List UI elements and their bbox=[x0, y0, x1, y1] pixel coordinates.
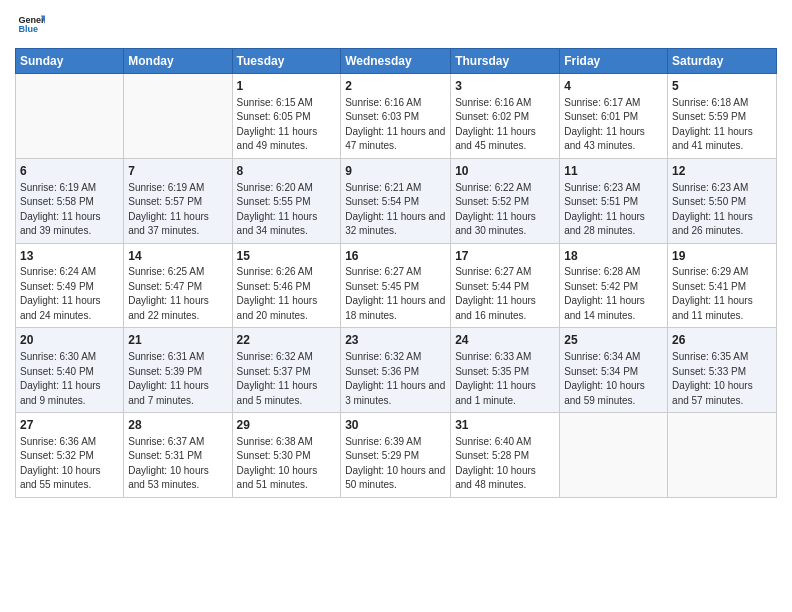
day-info: Sunrise: 6:31 AM Sunset: 5:39 PM Dayligh… bbox=[128, 350, 227, 408]
day-number: 11 bbox=[564, 163, 663, 180]
day-info: Sunrise: 6:29 AM Sunset: 5:41 PM Dayligh… bbox=[672, 265, 772, 323]
day-number: 9 bbox=[345, 163, 446, 180]
calendar-cell: 31Sunrise: 6:40 AM Sunset: 5:28 PM Dayli… bbox=[451, 413, 560, 498]
weekday-header-wednesday: Wednesday bbox=[341, 49, 451, 74]
calendar-cell: 9Sunrise: 6:21 AM Sunset: 5:54 PM Daylig… bbox=[341, 158, 451, 243]
day-number: 25 bbox=[564, 332, 663, 349]
weekday-header-thursday: Thursday bbox=[451, 49, 560, 74]
calendar-week-row: 20Sunrise: 6:30 AM Sunset: 5:40 PM Dayli… bbox=[16, 328, 777, 413]
day-info: Sunrise: 6:33 AM Sunset: 5:35 PM Dayligh… bbox=[455, 350, 555, 408]
day-number: 27 bbox=[20, 417, 119, 434]
weekday-header-sunday: Sunday bbox=[16, 49, 124, 74]
day-info: Sunrise: 6:32 AM Sunset: 5:37 PM Dayligh… bbox=[237, 350, 337, 408]
day-info: Sunrise: 6:19 AM Sunset: 5:57 PM Dayligh… bbox=[128, 181, 227, 239]
calendar-cell: 28Sunrise: 6:37 AM Sunset: 5:31 PM Dayli… bbox=[124, 413, 232, 498]
logo: General Blue bbox=[15, 10, 45, 42]
day-number: 29 bbox=[237, 417, 337, 434]
day-info: Sunrise: 6:26 AM Sunset: 5:46 PM Dayligh… bbox=[237, 265, 337, 323]
day-info: Sunrise: 6:35 AM Sunset: 5:33 PM Dayligh… bbox=[672, 350, 772, 408]
day-info: Sunrise: 6:37 AM Sunset: 5:31 PM Dayligh… bbox=[128, 435, 227, 493]
day-number: 18 bbox=[564, 248, 663, 265]
calendar-cell: 25Sunrise: 6:34 AM Sunset: 5:34 PM Dayli… bbox=[560, 328, 668, 413]
day-number: 7 bbox=[128, 163, 227, 180]
calendar-cell: 10Sunrise: 6:22 AM Sunset: 5:52 PM Dayli… bbox=[451, 158, 560, 243]
weekday-header-row: SundayMondayTuesdayWednesdayThursdayFrid… bbox=[16, 49, 777, 74]
day-info: Sunrise: 6:22 AM Sunset: 5:52 PM Dayligh… bbox=[455, 181, 555, 239]
calendar-cell: 2Sunrise: 6:16 AM Sunset: 6:03 PM Daylig… bbox=[341, 74, 451, 159]
day-info: Sunrise: 6:36 AM Sunset: 5:32 PM Dayligh… bbox=[20, 435, 119, 493]
day-number: 30 bbox=[345, 417, 446, 434]
svg-text:Blue: Blue bbox=[18, 24, 38, 34]
calendar-cell: 30Sunrise: 6:39 AM Sunset: 5:29 PM Dayli… bbox=[341, 413, 451, 498]
day-number: 4 bbox=[564, 78, 663, 95]
day-number: 5 bbox=[672, 78, 772, 95]
day-number: 28 bbox=[128, 417, 227, 434]
day-number: 10 bbox=[455, 163, 555, 180]
calendar-cell: 21Sunrise: 6:31 AM Sunset: 5:39 PM Dayli… bbox=[124, 328, 232, 413]
day-info: Sunrise: 6:21 AM Sunset: 5:54 PM Dayligh… bbox=[345, 181, 446, 239]
day-number: 31 bbox=[455, 417, 555, 434]
day-info: Sunrise: 6:39 AM Sunset: 5:29 PM Dayligh… bbox=[345, 435, 446, 493]
calendar-cell: 15Sunrise: 6:26 AM Sunset: 5:46 PM Dayli… bbox=[232, 243, 341, 328]
calendar-cell bbox=[668, 413, 777, 498]
day-number: 19 bbox=[672, 248, 772, 265]
header: General Blue bbox=[15, 10, 777, 42]
calendar-week-row: 13Sunrise: 6:24 AM Sunset: 5:49 PM Dayli… bbox=[16, 243, 777, 328]
calendar-cell: 17Sunrise: 6:27 AM Sunset: 5:44 PM Dayli… bbox=[451, 243, 560, 328]
day-number: 26 bbox=[672, 332, 772, 349]
day-info: Sunrise: 6:27 AM Sunset: 5:45 PM Dayligh… bbox=[345, 265, 446, 323]
day-info: Sunrise: 6:34 AM Sunset: 5:34 PM Dayligh… bbox=[564, 350, 663, 408]
day-info: Sunrise: 6:24 AM Sunset: 5:49 PM Dayligh… bbox=[20, 265, 119, 323]
calendar-cell bbox=[16, 74, 124, 159]
day-number: 22 bbox=[237, 332, 337, 349]
day-info: Sunrise: 6:23 AM Sunset: 5:51 PM Dayligh… bbox=[564, 181, 663, 239]
weekday-header-saturday: Saturday bbox=[668, 49, 777, 74]
day-number: 14 bbox=[128, 248, 227, 265]
main-container: General Blue SundayMondayTuesdayWednesda… bbox=[0, 0, 792, 503]
calendar-cell: 29Sunrise: 6:38 AM Sunset: 5:30 PM Dayli… bbox=[232, 413, 341, 498]
calendar-cell: 14Sunrise: 6:25 AM Sunset: 5:47 PM Dayli… bbox=[124, 243, 232, 328]
calendar-table: SundayMondayTuesdayWednesdayThursdayFrid… bbox=[15, 48, 777, 498]
day-info: Sunrise: 6:40 AM Sunset: 5:28 PM Dayligh… bbox=[455, 435, 555, 493]
day-info: Sunrise: 6:17 AM Sunset: 6:01 PM Dayligh… bbox=[564, 96, 663, 154]
day-number: 21 bbox=[128, 332, 227, 349]
calendar-cell: 1Sunrise: 6:15 AM Sunset: 6:05 PM Daylig… bbox=[232, 74, 341, 159]
day-number: 23 bbox=[345, 332, 446, 349]
calendar-cell: 11Sunrise: 6:23 AM Sunset: 5:51 PM Dayli… bbox=[560, 158, 668, 243]
day-info: Sunrise: 6:27 AM Sunset: 5:44 PM Dayligh… bbox=[455, 265, 555, 323]
day-number: 13 bbox=[20, 248, 119, 265]
day-info: Sunrise: 6:16 AM Sunset: 6:03 PM Dayligh… bbox=[345, 96, 446, 154]
day-number: 6 bbox=[20, 163, 119, 180]
calendar-cell: 26Sunrise: 6:35 AM Sunset: 5:33 PM Dayli… bbox=[668, 328, 777, 413]
day-info: Sunrise: 6:19 AM Sunset: 5:58 PM Dayligh… bbox=[20, 181, 119, 239]
calendar-cell: 22Sunrise: 6:32 AM Sunset: 5:37 PM Dayli… bbox=[232, 328, 341, 413]
calendar-week-row: 27Sunrise: 6:36 AM Sunset: 5:32 PM Dayli… bbox=[16, 413, 777, 498]
calendar-cell: 4Sunrise: 6:17 AM Sunset: 6:01 PM Daylig… bbox=[560, 74, 668, 159]
day-number: 15 bbox=[237, 248, 337, 265]
day-info: Sunrise: 6:15 AM Sunset: 6:05 PM Dayligh… bbox=[237, 96, 337, 154]
weekday-header-tuesday: Tuesday bbox=[232, 49, 341, 74]
day-info: Sunrise: 6:30 AM Sunset: 5:40 PM Dayligh… bbox=[20, 350, 119, 408]
day-number: 2 bbox=[345, 78, 446, 95]
day-info: Sunrise: 6:25 AM Sunset: 5:47 PM Dayligh… bbox=[128, 265, 227, 323]
calendar-week-row: 6Sunrise: 6:19 AM Sunset: 5:58 PM Daylig… bbox=[16, 158, 777, 243]
calendar-cell: 16Sunrise: 6:27 AM Sunset: 5:45 PM Dayli… bbox=[341, 243, 451, 328]
calendar-cell: 19Sunrise: 6:29 AM Sunset: 5:41 PM Dayli… bbox=[668, 243, 777, 328]
calendar-week-row: 1Sunrise: 6:15 AM Sunset: 6:05 PM Daylig… bbox=[16, 74, 777, 159]
calendar-cell bbox=[560, 413, 668, 498]
calendar-cell: 18Sunrise: 6:28 AM Sunset: 5:42 PM Dayli… bbox=[560, 243, 668, 328]
day-number: 24 bbox=[455, 332, 555, 349]
day-number: 8 bbox=[237, 163, 337, 180]
calendar-cell: 3Sunrise: 6:16 AM Sunset: 6:02 PM Daylig… bbox=[451, 74, 560, 159]
calendar-cell: 7Sunrise: 6:19 AM Sunset: 5:57 PM Daylig… bbox=[124, 158, 232, 243]
svg-text:General: General bbox=[18, 15, 45, 25]
day-number: 1 bbox=[237, 78, 337, 95]
day-info: Sunrise: 6:38 AM Sunset: 5:30 PM Dayligh… bbox=[237, 435, 337, 493]
calendar-cell: 8Sunrise: 6:20 AM Sunset: 5:55 PM Daylig… bbox=[232, 158, 341, 243]
day-number: 17 bbox=[455, 248, 555, 265]
day-info: Sunrise: 6:20 AM Sunset: 5:55 PM Dayligh… bbox=[237, 181, 337, 239]
logo-icon: General Blue bbox=[17, 10, 45, 38]
day-info: Sunrise: 6:28 AM Sunset: 5:42 PM Dayligh… bbox=[564, 265, 663, 323]
day-info: Sunrise: 6:32 AM Sunset: 5:36 PM Dayligh… bbox=[345, 350, 446, 408]
day-number: 12 bbox=[672, 163, 772, 180]
